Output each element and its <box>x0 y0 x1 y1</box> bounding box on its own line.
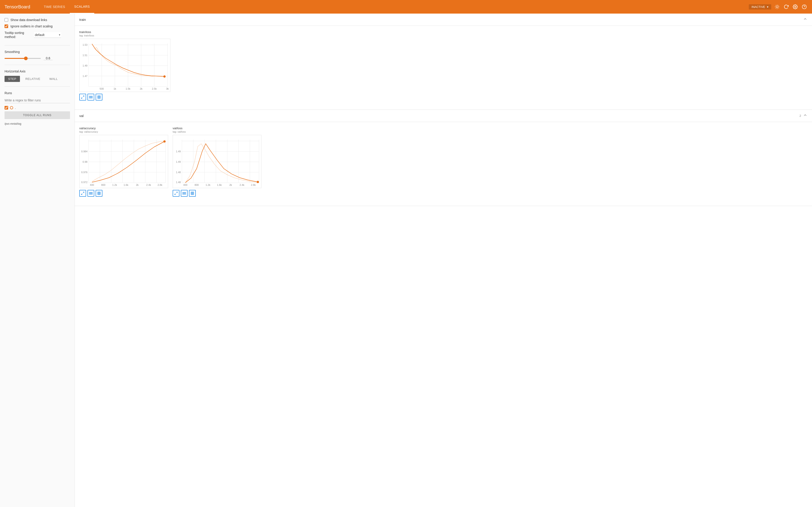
svg-point-0 <box>776 6 778 8</box>
run-dot-label: . <box>15 106 16 110</box>
runs-filter-input[interactable] <box>5 98 70 103</box>
val-loss-chart[interactable]: 1.49 1.49 1.48 1.48 400 8 <box>173 135 261 188</box>
svg-text:1.5k: 1.5k <box>126 88 131 90</box>
header-right: INACTIVE ▾ <box>749 4 807 10</box>
svg-text:1.48: 1.48 <box>176 171 181 174</box>
val-section-controls: 2 <box>800 113 807 119</box>
val-accuracy-expand-button[interactable] <box>79 190 86 197</box>
run-path-label: /pvc-mnist/log <box>5 122 70 125</box>
display-options-section: Show data download links Ignore outliers… <box>5 18 70 46</box>
val-loss-tag: tag: val/loss <box>173 130 261 133</box>
svg-line-100 <box>175 193 176 194</box>
svg-point-59 <box>163 140 166 143</box>
axis-wall-button[interactable]: WALL <box>46 76 61 82</box>
svg-line-35 <box>83 96 84 97</box>
status-label: INACTIVE <box>752 5 765 9</box>
svg-text:1.51: 1.51 <box>83 54 88 57</box>
train-collapse-button[interactable] <box>803 17 807 22</box>
svg-rect-69 <box>98 192 100 194</box>
svg-text:800: 800 <box>101 183 105 186</box>
smoothing-value-input[interactable]: 0.6 <box>44 56 53 60</box>
nav-scalars[interactable]: SCALARS <box>70 0 95 13</box>
tooltip-sorting-select-wrapper: default ascending descending nearest <box>34 32 61 38</box>
svg-text:0.98: 0.98 <box>83 161 88 163</box>
train-loss-tag: tag: train/loss <box>79 34 170 37</box>
smoothing-section: Smoothing 0.6 <box>5 50 70 65</box>
svg-text:1.48: 1.48 <box>176 181 181 183</box>
settings-icon[interactable] <box>792 4 798 10</box>
val-accuracy-chart[interactable]: 0.972 0.976 0.98 0.984 400 <box>79 135 168 188</box>
refresh-icon[interactable] <box>783 4 789 10</box>
ignore-outliers-checkbox[interactable] <box>5 24 8 28</box>
svg-text:2.4k: 2.4k <box>146 183 151 186</box>
axis-step-button[interactable]: STEP <box>5 76 20 82</box>
run-item-dot: . <box>5 106 70 110</box>
val-accuracy-lines-button[interactable] <box>88 190 94 197</box>
svg-text:400: 400 <box>90 183 94 186</box>
app-logo: TensorBoard <box>5 4 30 9</box>
svg-text:1.47: 1.47 <box>83 75 88 77</box>
help-icon[interactable] <box>801 4 807 10</box>
val-accuracy-tag: tag: val/accuracy <box>79 130 168 133</box>
smoothing-slider-row: 0.6 <box>5 56 70 60</box>
show-download-checkbox[interactable] <box>5 18 8 22</box>
svg-text:1.6k: 1.6k <box>124 183 129 186</box>
dropdown-arrow-icon: ▾ <box>767 5 768 9</box>
val-section-name: val <box>79 114 84 118</box>
train-loss-chart-container: train/loss tag: train/loss 1.53 <box>79 30 170 101</box>
svg-text:2.4k: 2.4k <box>240 183 245 186</box>
svg-line-68 <box>81 193 83 194</box>
svg-line-67 <box>83 192 84 193</box>
svg-text:2.5k: 2.5k <box>152 88 157 90</box>
val-accuracy-chart-actions <box>79 190 168 197</box>
train-loss-lines-button[interactable] <box>88 94 94 101</box>
svg-point-91 <box>257 181 259 183</box>
train-loss-fit-button[interactable] <box>96 94 102 101</box>
svg-text:2k: 2k <box>140 88 143 90</box>
brightness-icon[interactable] <box>774 4 780 10</box>
val-loss-expand-button[interactable] <box>173 190 180 197</box>
show-download-label: Show data download links <box>10 18 47 22</box>
tooltip-sorting-select[interactable]: default ascending descending nearest <box>34 32 61 38</box>
val-loss-fit-button[interactable] <box>189 190 196 197</box>
val-collapse-button[interactable] <box>803 113 807 119</box>
svg-rect-101 <box>191 192 194 194</box>
main-content: train train/loss tag: train/loss <box>75 13 812 507</box>
train-section: train train/loss tag: train/loss <box>75 13 812 110</box>
svg-text:1.53: 1.53 <box>83 44 88 46</box>
train-loss-chart[interactable]: 1.53 1.51 1.49 1.47 <box>79 39 170 92</box>
toggle-all-runs-button[interactable]: TOGGLE ALL RUNS <box>5 111 70 119</box>
val-section-header: val 2 <box>75 110 812 122</box>
ignore-outliers-row: Ignore outliers in chart scaling <box>5 24 70 28</box>
train-section-header: train <box>75 13 812 26</box>
val-accuracy-title: val/accuracy <box>79 126 168 130</box>
svg-line-99 <box>176 192 177 193</box>
run-dot-indicator <box>10 106 13 109</box>
svg-line-7 <box>775 8 776 8</box>
runs-section: Runs . TOGGLE ALL RUNS /pvc-mnist/log <box>5 91 70 130</box>
val-loss-title: val/loss <box>173 126 261 130</box>
axis-relative-button[interactable]: RELATIVE <box>22 76 44 82</box>
nav-time-series[interactable]: TIME SERIES <box>39 0 69 13</box>
val-accuracy-fit-button[interactable] <box>96 190 102 197</box>
val-loss-lines-button[interactable] <box>181 190 188 197</box>
svg-text:2k: 2k <box>136 183 139 186</box>
val-section-count: 2 <box>800 114 801 117</box>
horizontal-axis-title: Horizontal Axis <box>5 69 70 73</box>
svg-text:1.49: 1.49 <box>176 150 181 153</box>
axis-buttons-group: STEP RELATIVE WALL <box>5 76 70 82</box>
val-loss-chart-container: val/loss tag: val/loss <box>173 126 261 197</box>
run-dot-checkbox[interactable] <box>5 106 8 110</box>
svg-rect-37 <box>98 96 100 99</box>
svg-line-4 <box>778 8 779 8</box>
train-loss-chart-actions <box>79 94 170 101</box>
smoothing-title: Smoothing <box>5 50 70 54</box>
smoothing-slider[interactable] <box>5 58 41 59</box>
status-dropdown[interactable]: INACTIVE ▾ <box>749 4 771 9</box>
train-charts-area: train/loss tag: train/loss 1.53 <box>75 26 812 110</box>
show-download-row: Show data download links <box>5 18 70 22</box>
val-section: val 2 val/accuracy tag: val/accuracy <box>75 110 812 206</box>
train-loss-expand-button[interactable] <box>79 94 86 101</box>
sidebar: Show data download links Ignore outliers… <box>0 13 75 507</box>
svg-text:0.976: 0.976 <box>81 171 88 174</box>
